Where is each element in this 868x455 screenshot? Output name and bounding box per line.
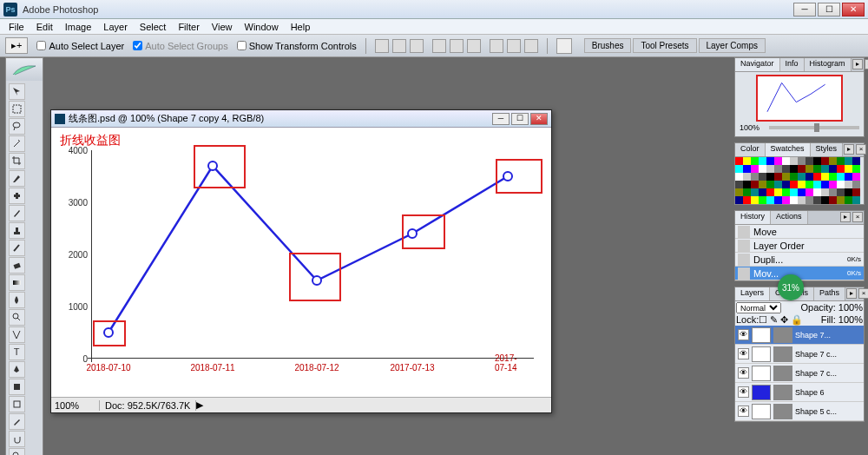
swatch[interactable] <box>790 196 798 204</box>
history-item[interactable]: Layer Order <box>735 239 864 253</box>
maximize-button[interactable]: ☐ <box>818 3 840 16</box>
swatch[interactable] <box>743 173 751 181</box>
align-top-icon[interactable] <box>375 39 389 53</box>
panel-close-icon[interactable]: × <box>858 288 868 299</box>
swatch[interactable] <box>759 173 766 181</box>
document-titlebar[interactable]: 线条图.psd @ 100% (Shape 7 copy 4, RGB/8) ─… <box>51 110 551 128</box>
swatch[interactable] <box>743 165 751 173</box>
swatch[interactable] <box>852 188 860 196</box>
panel-menu-icon[interactable]: ▸ <box>846 288 857 299</box>
swatch[interactable] <box>845 196 852 204</box>
menu-window[interactable]: Window <box>240 21 284 33</box>
swatch[interactable] <box>743 157 751 165</box>
swatch[interactable] <box>743 181 751 188</box>
swatch[interactable] <box>751 196 759 204</box>
menu-image[interactable]: Image <box>60 21 97 33</box>
swatch[interactable] <box>735 181 743 188</box>
align-hcenter-icon[interactable] <box>450 39 464 53</box>
swatch[interactable] <box>813 165 821 173</box>
swatch[interactable] <box>813 181 821 188</box>
swatch[interactable] <box>782 157 790 165</box>
swatch[interactable] <box>751 188 759 196</box>
swatch[interactable] <box>798 181 806 188</box>
pen-tool[interactable] <box>9 361 25 378</box>
swatch[interactable] <box>743 196 751 204</box>
doc-close-button[interactable]: ✕ <box>530 113 548 125</box>
lasso-tool[interactable] <box>9 118 25 135</box>
layer-item[interactable]: 👁Shape 7 c... <box>735 345 864 364</box>
minimize-button[interactable]: ─ <box>793 3 816 16</box>
swatch[interactable] <box>806 188 813 196</box>
swatch[interactable] <box>806 157 813 165</box>
hand-tool[interactable] <box>9 431 25 447</box>
swatch[interactable] <box>813 157 821 165</box>
dock-tab-brushes[interactable]: Brushes <box>584 38 632 53</box>
swatch[interactable] <box>845 188 852 196</box>
tab-swatches[interactable]: Swatches <box>766 143 811 156</box>
swatch[interactable] <box>837 173 845 181</box>
swatch[interactable] <box>821 188 829 196</box>
swatch[interactable] <box>766 188 774 196</box>
swatch[interactable] <box>782 188 790 196</box>
auto-select-groups-checkbox[interactable]: Auto Select Groups <box>133 41 227 51</box>
swatch[interactable] <box>852 165 860 173</box>
panel-close-icon[interactable]: × <box>856 144 866 155</box>
menu-layer[interactable]: Layer <box>98 21 133 33</box>
swatch[interactable] <box>829 173 837 181</box>
slice-tool[interactable] <box>9 170 25 187</box>
layer-item[interactable]: 👁Shape 7... <box>735 326 864 345</box>
dock-tab-layercomps[interactable]: Layer Comps <box>699 38 766 53</box>
swatch[interactable] <box>766 157 774 165</box>
swatch[interactable] <box>751 165 759 173</box>
tab-history[interactable]: History <box>735 211 771 224</box>
swatch[interactable] <box>821 173 829 181</box>
layer-item[interactable]: 👁Shape 5 c... <box>735 402 864 421</box>
history-item[interactable]: Move <box>735 225 864 239</box>
swatch[interactable] <box>798 157 806 165</box>
swatch[interactable] <box>821 165 829 173</box>
swatch[interactable] <box>829 196 837 204</box>
swatch[interactable] <box>766 196 774 204</box>
visibility-icon[interactable]: 👁 <box>738 348 749 359</box>
swatch[interactable] <box>837 157 845 165</box>
swatch[interactable] <box>759 181 766 188</box>
show-transform-checkbox[interactable]: Show Transform Controls <box>237 41 357 51</box>
doc-maximize-button[interactable]: ☐ <box>511 113 529 125</box>
swatch[interactable] <box>766 165 774 173</box>
swatch[interactable] <box>790 165 798 173</box>
swatch[interactable] <box>852 173 860 181</box>
shape-tool[interactable] <box>9 379 25 395</box>
blend-mode-select[interactable]: Normal <box>736 302 781 313</box>
swatch[interactable] <box>806 173 813 181</box>
swatch[interactable] <box>790 157 798 165</box>
blur-tool[interactable] <box>9 292 25 308</box>
dock-toggle-icon[interactable] <box>556 38 572 54</box>
notes-tool[interactable] <box>9 396 25 412</box>
dodge-tool[interactable] <box>9 309 25 326</box>
swatch[interactable] <box>837 181 845 188</box>
swatch[interactable] <box>735 173 743 181</box>
layer-item[interactable]: 👁Shape 6 <box>735 383 864 402</box>
align-left-icon[interactable] <box>432 39 446 53</box>
tab-navigator[interactable]: Navigator <box>735 58 780 71</box>
doc-size[interactable]: Doc: 952.5K/763.7K <box>100 400 196 411</box>
swatch[interactable] <box>821 196 829 204</box>
crop-tool[interactable] <box>9 153 25 169</box>
path-tool[interactable] <box>9 326 25 343</box>
move-tool[interactable] <box>9 83 25 100</box>
panel-close-icon[interactable]: × <box>852 212 863 222</box>
swatch[interactable] <box>766 173 774 181</box>
menu-view[interactable]: View <box>207 21 238 33</box>
menu-help[interactable]: Help <box>286 21 316 33</box>
menu-file[interactable]: File <box>3 21 30 33</box>
wand-tool[interactable] <box>9 135 25 152</box>
swatch[interactable] <box>790 173 798 181</box>
swatch[interactable] <box>735 157 743 165</box>
eyedropper-tool[interactable] <box>9 413 25 430</box>
swatch[interactable] <box>821 181 829 188</box>
swatch[interactable] <box>798 173 806 181</box>
type-tool[interactable]: T <box>9 344 25 360</box>
distribute-icon[interactable] <box>490 39 503 53</box>
tab-info[interactable]: Info <box>780 58 805 71</box>
swatch[interactable] <box>751 157 759 165</box>
